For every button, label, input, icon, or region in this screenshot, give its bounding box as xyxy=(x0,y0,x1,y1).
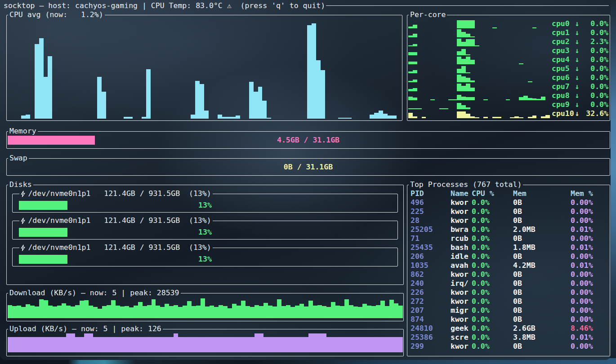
chart-bar xyxy=(48,306,53,318)
process-cell-pid: 24810 xyxy=(411,324,451,333)
chart-bar xyxy=(295,337,299,352)
spark-bar xyxy=(422,117,426,118)
core-usage-value: 0.0% xyxy=(580,19,609,28)
spark-bar xyxy=(413,116,417,118)
column-header-mem: Mem xyxy=(513,189,571,198)
process-row: 272kwor0.0%0B0.00% xyxy=(407,297,610,306)
chart-bar xyxy=(281,306,286,318)
arrow-down-icon: ↓ xyxy=(574,91,580,100)
chart-bar xyxy=(313,333,317,352)
process-cell-mem-pct: 0.01% xyxy=(571,333,610,342)
process-cell-pid: 496 xyxy=(411,198,451,207)
spark-bar xyxy=(466,39,470,46)
core-row-cpu8: cpu8↓0.0% xyxy=(408,91,609,100)
chart-bar xyxy=(12,306,17,318)
chart-bar xyxy=(93,337,98,352)
chart-bar xyxy=(165,337,169,352)
chart-bar xyxy=(17,306,21,318)
spark-bar xyxy=(497,117,501,118)
spark-bar xyxy=(457,57,461,64)
core-sparkline xyxy=(408,19,550,28)
core-sparkline xyxy=(408,28,550,37)
chart-bar xyxy=(8,337,12,352)
process-cell-name: bwra xyxy=(451,225,472,234)
arrow-down-icon: ↓ xyxy=(574,73,580,82)
chart-bar xyxy=(116,337,120,352)
core-label: cpu0↓0.0% xyxy=(552,19,609,28)
core-name: cpu9 xyxy=(552,100,574,109)
chart-bar xyxy=(196,306,201,318)
chart-bar xyxy=(205,337,210,352)
per-core-list: cpu0↓0.0%cpu1↓0.0%cpu2↓2.3%cpu3↓0.0%cpu4… xyxy=(407,19,610,118)
chart-bar xyxy=(347,118,352,119)
chart-bar xyxy=(326,307,331,318)
process-cell-pid: 240 xyxy=(411,279,451,288)
chart-bar xyxy=(84,300,89,318)
process-cell-pid: 272 xyxy=(411,297,451,306)
disk-usage-label: 13% xyxy=(19,228,391,237)
process-cell-name: geek xyxy=(451,324,472,333)
chart-bar xyxy=(165,304,169,318)
process-cell-cpu: 0.0% xyxy=(472,324,513,333)
chart-bar xyxy=(304,337,308,352)
chart-bar xyxy=(71,306,75,318)
spark-bar xyxy=(461,105,466,109)
core-usage-value: 0.0% xyxy=(580,64,609,73)
process-cell-mem-pct: 0.00% xyxy=(571,234,610,243)
disk-usage-label: 13% xyxy=(19,255,391,264)
chart-bar xyxy=(394,337,398,352)
core-usage-value: 0.0% xyxy=(580,100,609,109)
chart-bar xyxy=(214,337,219,352)
core-row-cpu0: cpu0↓0.0% xyxy=(408,19,609,28)
chart-bar xyxy=(57,306,62,318)
process-cell-mem: 0B xyxy=(513,288,571,297)
chart-bar xyxy=(277,299,281,318)
process-cell-name: rcub xyxy=(451,234,472,243)
process-cell-name: kwor xyxy=(451,288,472,297)
chart-bar xyxy=(210,306,214,318)
wallpaper-right-strip xyxy=(610,0,616,364)
chart-bar xyxy=(246,337,250,352)
chart-bar xyxy=(93,307,98,318)
chart-bar xyxy=(138,337,143,352)
chart-bar xyxy=(398,306,403,318)
arrow-down-icon: ↓ xyxy=(574,64,580,73)
process-cell-mem-pct: 0.00% xyxy=(571,288,610,297)
chart-bar xyxy=(394,303,398,318)
chart-bar xyxy=(241,337,246,352)
process-cell-pid: 71 xyxy=(411,234,451,243)
chart-bar xyxy=(237,306,241,318)
process-cell-mem: 0B xyxy=(513,306,571,315)
chart-bar xyxy=(44,337,48,352)
chart-bar xyxy=(308,333,313,352)
spark-bar xyxy=(408,52,413,55)
chart-bar xyxy=(196,337,201,352)
chart-bar xyxy=(80,337,84,352)
chart-bar xyxy=(30,306,35,318)
chart-bar xyxy=(152,337,156,352)
spark-bar xyxy=(519,117,523,118)
chart-bar xyxy=(353,306,358,318)
chart-bar xyxy=(120,337,125,352)
chart-bar xyxy=(98,337,102,352)
chart-bar xyxy=(146,69,151,119)
chart-bar xyxy=(250,307,254,318)
spark-bar xyxy=(528,117,532,118)
titlebar-rule xyxy=(326,5,609,6)
terminal-window[interactable]: socktop — host: cachyos-gaming | CPU Tem… xyxy=(0,0,611,360)
chart-bar xyxy=(246,306,250,318)
chart-bar xyxy=(362,337,367,352)
core-sparkline xyxy=(408,91,550,100)
process-row: 25386scre0.0%3.8MB0.01% xyxy=(407,333,610,342)
spark-bar xyxy=(457,51,461,55)
chart-bar xyxy=(35,306,39,318)
process-cell-mem: 3.8MB xyxy=(513,333,571,342)
spark-bar xyxy=(413,25,417,28)
chart-bar xyxy=(111,337,116,352)
chart-bar xyxy=(17,337,21,352)
spark-bar xyxy=(461,86,466,91)
core-label: cpu10↓32.6% xyxy=(552,109,609,118)
per-core-panel: Per-core cpu0↓0.0%cpu1↓0.0%cpu2↓2.3%cpu3… xyxy=(407,10,610,121)
chart-bar xyxy=(129,337,134,352)
chart-bar xyxy=(254,333,259,352)
